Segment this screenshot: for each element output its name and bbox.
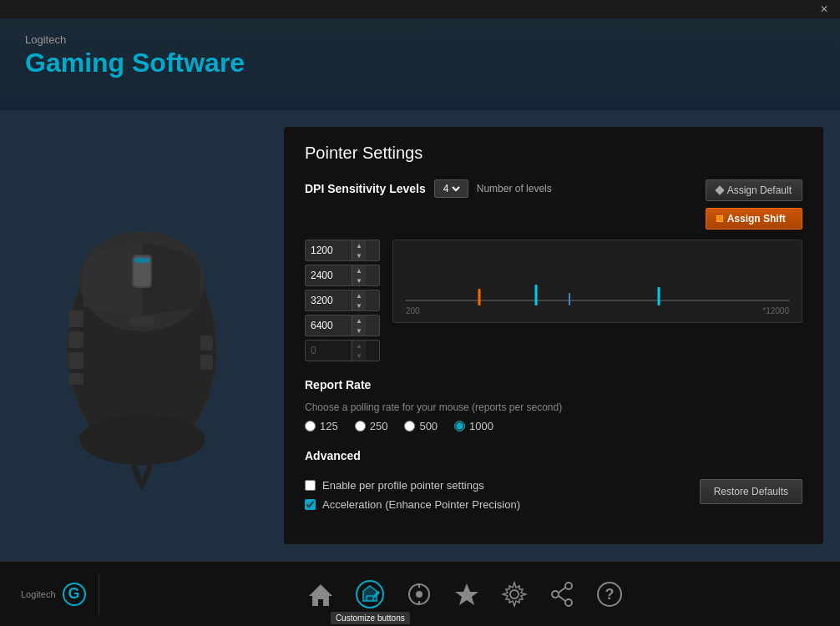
dpi-value-2[interactable] [306,270,352,281]
dpi-value-5 [306,345,352,356]
svg-line-28 [559,588,565,593]
check-acceleration-input[interactable] [305,499,316,510]
taskbar-pointer-button[interactable] [406,581,433,608]
dpi-up-1[interactable]: ▲ [352,240,366,250]
share-icon [549,581,575,608]
svg-point-13 [79,415,205,465]
slider-marker-3200[interactable] [569,293,570,305]
svg-rect-6 [68,331,83,348]
svg-point-27 [565,599,572,606]
slider-max-label: *12000 [762,306,789,316]
taskbar-home-button[interactable] [307,581,334,608]
customize-buttons-tooltip: Customize buttons [331,612,410,624]
rate-250-label: 250 [370,420,388,432]
advanced-row: Enable per profile pointer settings Acce… [305,472,802,511]
dpi-slider-area[interactable]: 200 *12000 [392,240,802,323]
rate-125[interactable]: 125 [305,420,338,432]
svg-rect-12 [134,258,149,263]
taskbar: Logitech G Customize buttons [0,561,840,626]
svg-rect-7 [68,352,83,369]
header-subtitle: Logitech [25,33,815,46]
dpi-up-5: ▲ [352,341,366,351]
dpi-down-1[interactable]: ▼ [352,250,366,260]
rate-1000-label: 1000 [469,420,493,432]
dpi-section: DPI Sensitivity Levels 4 1 2 3 5 Number … [305,179,802,361]
panel-title: Pointer Settings [305,144,802,163]
taskbar-help-button[interactable]: ? [596,581,623,608]
dpi-top-row: DPI Sensitivity Levels 4 1 2 3 5 Number … [305,179,802,230]
rate-250[interactable]: 250 [355,420,388,432]
dpi-down-5: ▼ [352,351,366,361]
report-rate-options: 125 250 500 1000 [305,420,802,432]
title-bar: ✕ [0,0,840,18]
num-levels-dropdown[interactable]: 4 1 2 3 5 [440,182,463,195]
level-select[interactable]: 4 1 2 3 5 [434,179,468,198]
dpi-arrows-3: ▲ ▼ [352,290,366,310]
dpi-input-3[interactable]: ▲ ▼ [305,290,380,311]
rate-1000[interactable]: 1000 [454,420,493,432]
dpi-up-3[interactable]: ▲ [352,290,366,300]
svg-rect-10 [200,355,213,370]
rate-125-radio[interactable] [305,421,316,432]
help-icon: ? [596,581,623,608]
dpi-slider-container: 200 *12000 [392,240,802,361]
taskbar-customize-button[interactable]: Customize buttons [355,579,385,609]
dpi-up-4[interactable]: ▲ [352,316,366,326]
rate-500-radio[interactable] [404,421,415,432]
slider-marker-6400[interactable] [658,287,660,305]
dpi-arrows-2: ▲ ▼ [352,265,366,285]
main-area: Pointer Settings DPI Sensitivity Levels … [0,110,840,561]
restore-defaults-button[interactable]: Restore Defaults [700,479,802,504]
marker-line-3200 [569,293,570,305]
dpi-down-2[interactable]: ▼ [352,275,366,285]
svg-point-20 [416,591,423,598]
marker-line-2400 [535,285,538,305]
rate-500[interactable]: 500 [404,420,438,432]
dpi-arrows-5: ▲ ▼ [352,341,366,361]
check-acceleration[interactable]: Acceleration (Enhance Pointer Precision) [305,498,520,511]
settings-panel: Pointer Settings DPI Sensitivity Levels … [284,127,823,544]
report-rate-title: Report Rate [305,378,802,391]
marker-line-6400 [658,287,660,305]
slider-track [406,300,789,301]
report-rate-desc: Choose a polling rate for your mouse (re… [305,401,802,413]
mouse-image [33,181,250,490]
check-acceleration-label: Acceleration (Enhance Pointer Precision) [322,498,520,511]
svg-point-25 [565,583,572,589]
rate-250-radio[interactable] [355,421,366,432]
check-per-profile[interactable]: Enable per profile pointer settings [305,479,520,492]
customize-buttons-icon [355,579,385,609]
taskbar-icons: Customize buttons [99,579,832,609]
dpi-section-title: DPI Sensitivity Levels [305,182,426,195]
rate-1000-radio[interactable] [454,421,465,432]
check-per-profile-input[interactable] [305,480,316,491]
assign-shift-button[interactable]: Assign Shift [706,208,802,230]
taskbar-lighting-button[interactable] [453,581,480,608]
dpi-down-3[interactable]: ▼ [352,300,366,310]
rate-125-label: 125 [320,420,338,432]
dpi-value-4[interactable] [306,320,352,331]
home-icon [307,581,334,608]
svg-point-26 [552,591,559,598]
taskbar-share-button[interactable] [549,581,575,608]
slider-marker-2400[interactable] [535,285,538,305]
dpi-value-1[interactable] [306,245,352,256]
slider-labels: 200 *12000 [406,306,789,316]
marker-line-1200 [478,289,481,305]
dpi-down-4[interactable]: ▼ [352,326,366,336]
dpi-input-1[interactable]: ▲ ▼ [305,240,380,261]
dpi-up-2[interactable]: ▲ [352,265,366,275]
dpi-input-4[interactable]: ▲ ▼ [305,315,380,336]
svg-rect-11 [129,316,154,326]
taskbar-settings-button[interactable] [501,581,528,608]
svg-line-29 [559,596,565,601]
dpi-arrows-4: ▲ ▼ [352,316,366,336]
assign-default-button[interactable]: Assign Default [706,179,802,201]
close-button[interactable]: ✕ [815,2,833,17]
advanced-checks: Enable per profile pointer settings Acce… [305,479,520,511]
header-title: Gaming Software [25,48,815,78]
dpi-value-3[interactable] [306,295,352,306]
slider-marker-1200[interactable] [478,289,481,305]
dpi-input-2[interactable]: ▲ ▼ [305,265,380,286]
svg-rect-5 [68,310,83,327]
